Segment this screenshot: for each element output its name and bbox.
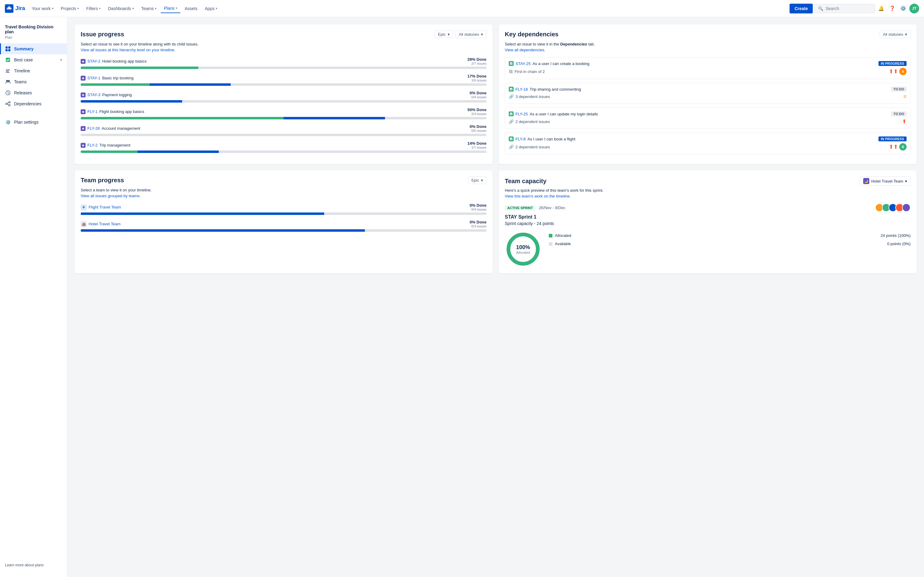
issue-done-pct: 17% Done — [467, 74, 486, 79]
nav-teams[interactable]: Teams ▾ — [138, 4, 160, 13]
chevron-down-icon: ▾ — [481, 178, 483, 182]
issue-id-link[interactable]: STAY-3 — [87, 92, 100, 97]
svg-point-14 — [9, 105, 10, 106]
flight-team-icon: ✈ — [81, 204, 87, 210]
issue-item: FLY-28 Account management 0% Done 0/5 is… — [81, 124, 486, 136]
svg-rect-7 — [6, 71, 9, 71]
view-all-teams-link[interactable]: View all issues grouped by teams. — [81, 193, 486, 198]
epic-filter-button[interactable]: Epic ▾ — [435, 31, 453, 38]
team-capacity-description: Here's a quick preview of this team's wo… — [505, 188, 911, 193]
team-item: ✈ Flight Travel Team 0% Done 0/4 issues — [81, 203, 486, 215]
nav-your-work[interactable]: Your work ▾ — [29, 4, 57, 13]
team-item: 🏨 Hotel Travel Team 0% Done 0/3 issues — [81, 220, 486, 232]
issue-name: Account management — [102, 126, 140, 131]
chevron-icon: ▾ — [155, 7, 157, 10]
issue-id-link[interactable]: FLY-2 — [87, 143, 97, 147]
dependent-icon: 🔗 — [509, 94, 514, 99]
learn-more-link[interactable]: Learn more about plans — [5, 563, 44, 567]
issue-count: 0/4 issues — [470, 95, 486, 99]
dep-id[interactable]: STAY-25 — [515, 61, 531, 66]
plan-title: Travel Booking Division plan — [0, 22, 67, 35]
team-capacity-header: Team capacity 🌙 Hotel Travel Team ▾ — [505, 176, 911, 185]
dep-title: As a user I can update my login details — [530, 112, 598, 116]
sidebar-item-bestcase[interactable]: Best case ▾ — [0, 54, 67, 65]
key-dependencies-card: Key dependencies All statuses ▾ Select a… — [499, 24, 917, 164]
epic-icon — [81, 92, 86, 97]
dep-item: STAY-25 As a user I can create a booking… — [505, 57, 911, 79]
sidebar-item-summary[interactable]: Summary — [0, 44, 67, 54]
dep-status-filter-button[interactable]: All statuses ▾ — [880, 31, 911, 38]
team-name-link[interactable]: Flight Travel Team — [89, 205, 121, 210]
settings-button[interactable]: ⚙️ — [898, 4, 908, 13]
status-badge: IN PROGRESS — [879, 137, 906, 141]
priority-indicators: ⬆⬆ A — [889, 68, 906, 75]
issue-id-link[interactable]: STAY-1 — [87, 76, 100, 80]
sidebar: Travel Booking Division plan Plan Summar… — [0, 17, 67, 577]
dep-id[interactable]: FLY-8 — [515, 137, 525, 141]
medium-priority-icon: ≡ — [903, 93, 906, 100]
dep-id[interactable]: FLY-25 — [515, 112, 528, 116]
epic-icon — [81, 109, 86, 114]
team-selector-button[interactable]: 🌙 Hotel Travel Team ▾ — [860, 176, 911, 185]
chain-icon: ⛓ — [509, 69, 513, 74]
team-capacity-card: Team capacity 🌙 Hotel Travel Team ▾ Here… — [499, 170, 917, 274]
help-button[interactable]: ❓ — [887, 4, 897, 13]
team-count: 0/4 issues — [470, 208, 486, 211]
key-dependencies-header: Key dependencies All statuses ▾ — [505, 31, 911, 38]
status-filter-button[interactable]: All statuses ▾ — [456, 31, 486, 38]
sidebar-item-plan-settings[interactable]: ⚙️ Plan settings — [5, 117, 62, 127]
team-name-link[interactable]: Hotel Travel Team — [89, 222, 121, 226]
sidebar-item-timeline[interactable]: Timeline — [0, 65, 67, 76]
view-all-issues-link[interactable]: View all issues at this hierarchy level … — [81, 48, 486, 52]
issue-id-link[interactable]: STAY-2 — [87, 59, 100, 63]
progress-bar — [81, 213, 486, 215]
sidebar-item-teams[interactable]: Teams — [0, 76, 67, 87]
svg-point-12 — [6, 103, 7, 105]
issue-item: STAY-2 Hotel booking app basics 29% Done… — [81, 57, 486, 69]
dep-id[interactable]: FLY-18 — [515, 87, 528, 92]
legend-label: Allocated — [555, 233, 571, 238]
nav-apps[interactable]: Apps ▾ — [202, 4, 220, 13]
chevron-icon: ▾ — [52, 7, 53, 10]
issue-name: Payment logging — [102, 92, 132, 97]
nav-plans[interactable]: Plans ▾ — [161, 4, 180, 13]
team-epic-filter-button[interactable]: Epic ▾ — [468, 176, 486, 184]
issue-id-link[interactable]: FLY-1 — [87, 109, 97, 114]
view-team-timeline-link[interactable]: View this team's work on the timeline. — [505, 194, 911, 198]
sprint-name: STAY Sprint 1 — [505, 214, 911, 220]
svg-point-10 — [8, 80, 10, 82]
issue-item: FLY-2 Trip management 14% Done 1/7 issue… — [81, 141, 486, 153]
svg-rect-3 — [5, 49, 8, 51]
plan-label: Plan — [0, 35, 67, 44]
svg-rect-8 — [6, 72, 10, 73]
dep-sub-text: First in chain of 2 — [515, 69, 545, 74]
user-avatar[interactable]: JT — [909, 4, 919, 13]
donut-percentage: 100% — [516, 244, 530, 251]
chevron-icon: ▾ — [216, 7, 217, 10]
dep-item: FLY-18 Trip sharing and commenting TO DO… — [505, 83, 911, 104]
create-button[interactable]: Create — [790, 4, 813, 13]
issue-count: 2/7 issues — [467, 62, 486, 65]
sidebar-item-label: Plan settings — [14, 120, 39, 124]
sprint-dates: 26/Nov - 9/Dec — [539, 205, 565, 210]
progress-bar — [81, 229, 486, 232]
sidebar-item-dependencies[interactable]: Dependencies — [0, 98, 67, 109]
timeline-icon — [5, 68, 11, 74]
issue-progress-title: Issue progress — [81, 31, 124, 38]
nav-projects[interactable]: Projects ▾ — [58, 4, 82, 13]
svg-point-13 — [9, 102, 10, 103]
search-box[interactable]: 🔍 Search — [814, 4, 875, 13]
jira-logo[interactable]: Jira — [5, 4, 25, 13]
view-all-dependencies-link[interactable]: View all dependencies. — [505, 48, 911, 52]
notifications-button[interactable]: 🔔 — [876, 4, 886, 13]
nav-filters[interactable]: Filters ▾ — [83, 4, 103, 13]
chevron-down-icon: ▾ — [905, 32, 907, 37]
dep-description: Select an issue to view it in the Depend… — [505, 42, 911, 47]
nav-assets[interactable]: Assets — [181, 4, 200, 13]
issue-item: FLY-1 Flight booking app basics 50% Done… — [81, 108, 486, 119]
issue-id-link[interactable]: FLY-28 — [87, 126, 100, 131]
team-done-pct: 0% Done — [470, 220, 486, 224]
nav-dashboards[interactable]: Dashboards ▾ — [105, 4, 137, 13]
legend-item-available: Available 0 points (0%) — [549, 242, 911, 246]
sidebar-item-releases[interactable]: Releases — [0, 87, 67, 98]
